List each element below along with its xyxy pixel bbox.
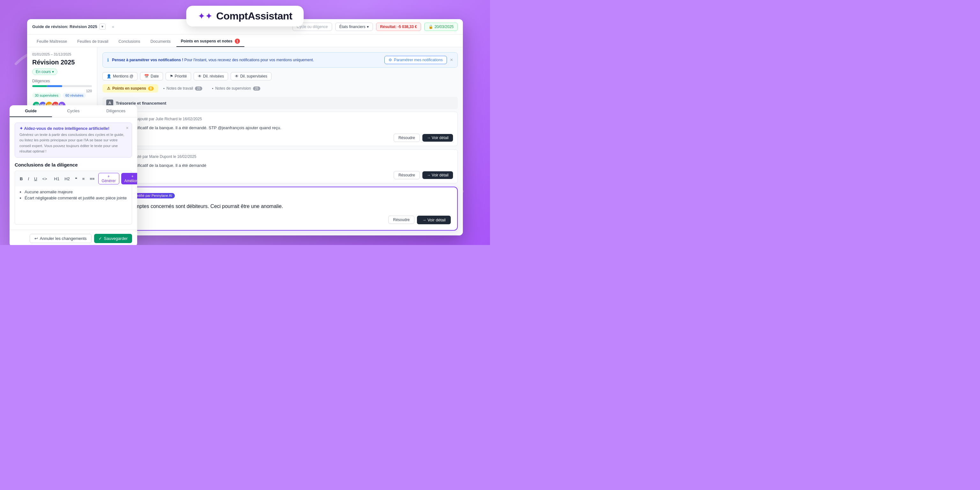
logo-text: ComptAssistant (216, 10, 292, 22)
filter-mentions-btn[interactable]: 👤 Mentions @ (102, 72, 137, 80)
notes-travail-count: 25 (195, 86, 202, 91)
panel-footer: ↩ Annuler les changements ✓ Sauvegarder (10, 230, 137, 245)
panel-tab-diligences[interactable]: Diligences (95, 105, 137, 117)
issue-a2-header: A.2 ⚠ MD ajouté par Marie Dupont le 16/0… (107, 153, 453, 160)
editor-actions: + Générer + Améliorer (98, 173, 137, 185)
collapse-btn[interactable]: « (112, 24, 114, 29)
editor-h1-btn[interactable]: H1 (52, 176, 61, 182)
ai-promo-close-btn[interactable]: × (126, 126, 129, 130)
tab-feuilles-travail[interactable]: Feuilles de travail (73, 37, 113, 47)
notes-supervision-count: 25 (253, 86, 260, 91)
progress-count: 120 (32, 89, 92, 93)
editor-code-btn[interactable]: <> (40, 176, 48, 182)
annuler-btn[interactable]: ↩ Annuler les changements (30, 234, 92, 243)
sub-tabs: ⚠ Points en suspens 8 ▪ Notes de travail… (102, 84, 458, 92)
sauvegarder-btn[interactable]: ✓ Sauvegarder (94, 234, 132, 243)
issue-a1-header: A.1 ⚠ ⚑ JR ajouté par Julie Richard le 1… (107, 116, 453, 122)
date-badge: 🔒 20/03/2025 (424, 23, 458, 31)
editor-list-btn[interactable]: ≡ (81, 176, 86, 182)
issue-a1-actions: Résoudre → Voir détail (107, 134, 453, 142)
panel-tab-cycles[interactable]: Cycles (52, 105, 94, 117)
points-suspens-count: 8 (148, 86, 154, 91)
issue-a3-header: A.3 ⚠ ✦ Identifié par Pennylane AI (110, 193, 451, 199)
generer-btn[interactable]: + Générer (98, 173, 119, 185)
issue-a1-body: Il manque le justificatif de la banque. … (107, 125, 453, 131)
notif-close-btn[interactable]: × (450, 57, 453, 62)
issue-a3-resolve-btn[interactable]: Résoudre (388, 216, 414, 224)
panel-tabs: Guide Cycles Diligences (10, 105, 137, 118)
editor-area[interactable]: Aucune anomalie majeure Écart négligeabl… (15, 186, 132, 224)
guide-panel-overlay: Guide Cycles Diligences ✦ Aidez-vous de … (10, 105, 137, 245)
filter-date-btn[interactable]: 📅 Date (140, 72, 163, 80)
sub-tab-notes-supervision[interactable]: ▪ Notes de supervision 25 (207, 84, 264, 92)
editor-h2-btn[interactable]: H2 (63, 176, 72, 182)
ai-promo-title: ✦ Aidez-vous de notre intelligence artif… (19, 126, 127, 131)
filter-toolbar: 👤 Mentions @ 📅 Date ⚑ Priorité 👁 Dil. ré… (102, 72, 458, 80)
date-range: 01/01/2025 – 31/12/2025 (32, 52, 92, 56)
panel-body: ✦ Aidez-vous de notre intelligence artif… (10, 118, 137, 230)
issue-a2-resolve-btn[interactable]: Résoudre (394, 171, 420, 179)
ameliorer-btn[interactable]: + Améliorer (121, 173, 137, 185)
ai-promo-banner: ✦ Aidez-vous de notre intelligence artif… (15, 123, 132, 158)
nav-tabs: Feuille Maîtresse Feuilles de travail Co… (27, 35, 463, 47)
issue-card-a1: A.1 ⚠ ⚑ JR ajouté par Julie Richard le 1… (102, 111, 458, 146)
editor-italic-btn[interactable]: I (26, 176, 30, 182)
section-header-a: A Trésorerie et financement (102, 97, 458, 109)
editor-item-2: Écart négligeable commenté et justifié a… (25, 196, 128, 200)
top-bar-right: Cycle ou diligence États financiers ▾ Ré… (293, 23, 458, 31)
editor-item-1: Aucune anomalie majeure (25, 189, 128, 194)
guide-label: Guide de révision: Révision 2025 ▾ (32, 24, 106, 30)
tab-conclusions[interactable]: Conclusions (114, 37, 145, 47)
main-content: ℹ Pensez à paramétrer vos notifications … (97, 47, 463, 235)
editor-ordered-list-btn[interactable]: ≡≡ (88, 176, 96, 182)
sub-tab-notes-travail[interactable]: ▪ Notes de travail 25 (159, 84, 207, 92)
tab-feuille-maitresse[interactable]: Feuille Maîtresse (32, 37, 72, 47)
progress-revised-bar (47, 85, 62, 87)
notif-icon: ℹ (107, 57, 109, 62)
diligences-label: Diligences (32, 79, 92, 83)
etats-financiers-btn[interactable]: États financiers ▾ (335, 23, 373, 31)
tab-documents[interactable]: Documents (146, 37, 175, 47)
progress-badges: 30 supervisées 60 révisées (32, 93, 92, 98)
issue-a3-detail-btn[interactable]: → Voir détail (417, 216, 451, 224)
notif-settings-btn[interactable]: ⚙ Paramétrer mes notifications (384, 56, 447, 64)
guide-label-text: Guide de révision: Révision 2025 (32, 24, 97, 29)
guide-dropdown-btn[interactable]: ▾ (99, 24, 106, 30)
conclusions-title: Conclusions de la diligence (15, 162, 132, 167)
filter-dil-supervisees-btn[interactable]: 👁 Dil. supervisées (231, 72, 272, 80)
issue-a1-detail-btn[interactable]: → Voir détail (422, 134, 453, 142)
issue-a3-actions: Résoudre → Voir détail (110, 216, 451, 224)
issue-a2-actions: Résoudre → Voir détail (107, 171, 453, 179)
points-suspens-badge: 1 (235, 38, 240, 44)
ai-promo-text: Générez un texte à partir des conclusion… (19, 132, 127, 154)
notification-banner: ℹ Pensez à paramétrer vos notifications … (102, 52, 458, 68)
logo-icon: ✦✦ (198, 11, 212, 21)
editor-underline-btn[interactable]: U (33, 176, 38, 182)
filter-dil-revisees-btn[interactable]: 👁 Dil. révisées (194, 72, 228, 80)
issue-card-a2: A.2 ⚠ MD ajouté par Marie Dupont le 16/0… (102, 149, 458, 184)
editor-bold-btn[interactable]: B (18, 176, 24, 182)
badge-revised: 60 révisées (63, 93, 86, 98)
progress-bar (32, 85, 92, 87)
issue-a2-detail-btn[interactable]: → Voir détail (422, 171, 453, 179)
revision-title: Révision 2025 (32, 59, 92, 66)
section-header-b: B Immobilisations (102, 234, 458, 235)
issue-card-a3: A.3 ⚠ ✦ Identifié par Pennylane AI Certa… (102, 187, 458, 231)
tab-points-suspens[interactable]: Points en suspens et notes 1 (177, 36, 244, 47)
notif-text: Pensez à paramétrer vos notifications ! … (112, 58, 381, 62)
issue-a2-body: Il manque le justificatif de la banque. … (107, 162, 453, 169)
editor-quote-btn[interactable]: ❝ (73, 176, 79, 182)
logo-banner: ✦✦ ComptAssistant (186, 6, 304, 27)
badge-supervised: 30 supervisées (32, 93, 61, 98)
status-badge[interactable]: En cours ▾ (32, 68, 57, 75)
editor-toolbar: B I U <> H1 H2 ❝ ≡ ≡≡ + Générer + Amélio… (15, 171, 132, 186)
progress-supervised-bar (32, 85, 47, 87)
issue-a1-resolve-btn[interactable]: Résoudre (394, 134, 420, 142)
sub-tab-points-suspens[interactable]: ⚠ Points en suspens 8 (102, 84, 158, 92)
issue-a3-body: Certains comptes concernés sont débiteur… (110, 202, 451, 210)
panel-tab-guide[interactable]: Guide (10, 105, 52, 117)
resultat-badge: Résultat: -5 038,33 € (376, 23, 421, 31)
filter-priorite-btn[interactable]: ⚑ Priorité (165, 72, 191, 80)
